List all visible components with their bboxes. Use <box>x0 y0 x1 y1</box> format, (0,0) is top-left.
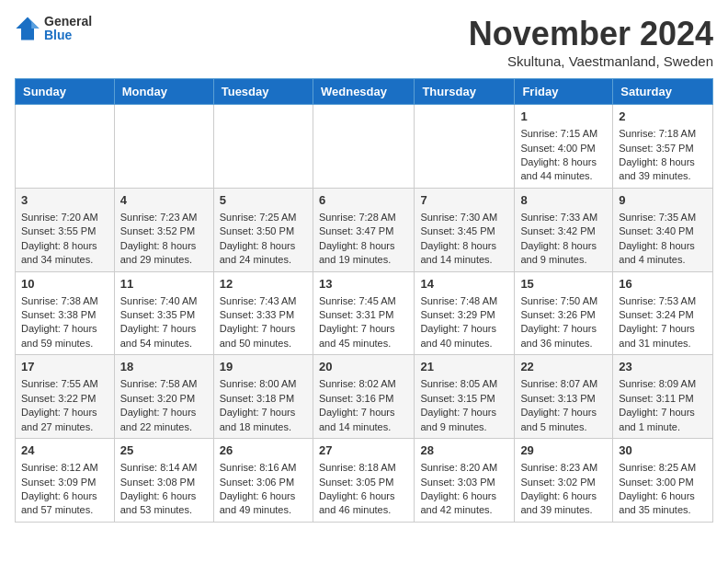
cell-content: 12Sunrise: 7:43 AMSunset: 3:33 PMDayligh… <box>220 276 307 351</box>
cell-content: 7Sunrise: 7:30 AMSunset: 3:45 PMDaylight… <box>420 192 508 268</box>
sunset-text: Sunset: 3:26 PM <box>520 309 595 320</box>
sunset-text: Sunset: 3:52 PM <box>120 225 195 236</box>
calendar-cell: 26Sunrise: 8:16 AMSunset: 3:06 PMDayligh… <box>213 439 313 523</box>
calendar-cell: 28Sunrise: 8:20 AMSunset: 3:03 PMDayligh… <box>415 439 515 523</box>
sunset-text: Sunset: 3:40 PM <box>619 225 693 236</box>
sunrise-text: Sunrise: 7:20 AM <box>21 212 98 223</box>
day-number: 18 <box>120 359 208 375</box>
sunset-text: Sunset: 3:31 PM <box>319 309 393 320</box>
day-number: 25 <box>120 442 208 459</box>
cell-content: 9Sunrise: 7:35 AMSunset: 3:40 PMDaylight… <box>619 192 707 268</box>
calendar-cell: 4Sunrise: 7:23 AMSunset: 3:52 PMDaylight… <box>114 188 213 271</box>
sunset-text: Sunset: 3:50 PM <box>220 225 294 236</box>
logo: General Blue <box>15 15 92 43</box>
sunrise-text: Sunrise: 8:00 AM <box>220 378 297 389</box>
calendar-cell: 3Sunrise: 7:20 AMSunset: 3:55 PMDaylight… <box>16 188 115 271</box>
calendar-cell: 17Sunrise: 7:55 AMSunset: 3:22 PMDayligh… <box>16 355 115 439</box>
calendar-cell <box>114 105 213 189</box>
day-number: 24 <box>21 442 108 459</box>
sunrise-text: Sunrise: 8:14 AM <box>120 462 198 473</box>
calendar-cell: 19Sunrise: 8:00 AMSunset: 3:18 PMDayligh… <box>213 355 313 439</box>
calendar-cell: 8Sunrise: 7:33 AMSunset: 3:42 PMDaylight… <box>515 188 613 271</box>
day-number: 10 <box>21 276 108 293</box>
sunset-text: Sunset: 3:42 PM <box>520 225 595 236</box>
sunrise-text: Sunrise: 8:20 AM <box>420 462 497 473</box>
daylight-text: Daylight: 6 hours and 53 minutes. <box>120 490 197 515</box>
day-number: 11 <box>120 276 208 293</box>
daylight-text: Daylight: 7 hours and 40 minutes. <box>420 323 496 348</box>
calendar-cell: 27Sunrise: 8:18 AMSunset: 3:05 PMDayligh… <box>313 439 414 523</box>
sunrise-text: Sunrise: 7:15 AM <box>520 128 597 139</box>
daylight-text: Daylight: 7 hours and 18 minutes. <box>220 407 296 431</box>
day-number: 3 <box>21 192 108 209</box>
sunset-text: Sunset: 3:09 PM <box>21 477 96 488</box>
cell-content: 17Sunrise: 7:55 AMSunset: 3:22 PMDayligh… <box>21 359 108 434</box>
cell-content: 11Sunrise: 7:40 AMSunset: 3:35 PMDayligh… <box>120 276 208 351</box>
daylight-text: Daylight: 7 hours and 9 minutes. <box>420 407 496 431</box>
calendar-cell: 29Sunrise: 8:23 AMSunset: 3:02 PMDayligh… <box>515 439 613 523</box>
day-number: 1 <box>520 109 607 125</box>
sunset-text: Sunset: 3:03 PM <box>420 477 495 488</box>
cell-content: 3Sunrise: 7:20 AMSunset: 3:55 PMDaylight… <box>21 192 108 268</box>
month-title: November 2024 <box>469 15 713 53</box>
sunset-text: Sunset: 3:24 PM <box>619 309 693 320</box>
calendar-cell: 20Sunrise: 8:02 AMSunset: 3:16 PMDayligh… <box>313 355 414 439</box>
cell-content: 25Sunrise: 8:14 AMSunset: 3:08 PMDayligh… <box>120 442 208 518</box>
daylight-text: Daylight: 7 hours and 27 minutes. <box>21 407 97 431</box>
daylight-text: Daylight: 8 hours and 44 minutes. <box>520 156 597 181</box>
sunset-text: Sunset: 3:22 PM <box>21 393 96 404</box>
cell-content: 20Sunrise: 8:02 AMSunset: 3:16 PMDayligh… <box>319 359 408 434</box>
calendar-cell: 23Sunrise: 8:09 AMSunset: 3:11 PMDayligh… <box>613 355 713 439</box>
cell-content: 15Sunrise: 7:50 AMSunset: 3:26 PMDayligh… <box>520 276 607 351</box>
sunrise-text: Sunrise: 8:09 AM <box>619 378 696 389</box>
sunset-text: Sunset: 3:29 PM <box>420 309 495 320</box>
daylight-text: Daylight: 7 hours and 1 minute. <box>619 407 695 431</box>
calendar-cell: 12Sunrise: 7:43 AMSunset: 3:33 PMDayligh… <box>213 271 313 355</box>
sunrise-text: Sunrise: 7:25 AM <box>220 212 297 223</box>
calendar-cell: 22Sunrise: 8:07 AMSunset: 3:13 PMDayligh… <box>515 355 613 439</box>
sunrise-text: Sunrise: 7:28 AM <box>319 212 396 223</box>
sunset-text: Sunset: 4:00 PM <box>520 143 595 154</box>
sunrise-text: Sunrise: 8:05 AM <box>420 378 497 389</box>
calendar-cell <box>415 105 515 189</box>
cell-content: 29Sunrise: 8:23 AMSunset: 3:02 PMDayligh… <box>520 442 607 518</box>
sunrise-text: Sunrise: 7:45 AM <box>319 295 396 306</box>
daylight-text: Daylight: 7 hours and 36 minutes. <box>520 323 597 348</box>
day-number: 4 <box>120 192 208 209</box>
day-number: 14 <box>420 276 508 293</box>
sunset-text: Sunset: 3:33 PM <box>220 309 294 320</box>
daylight-text: Daylight: 6 hours and 39 minutes. <box>520 490 597 515</box>
day-number: 15 <box>520 276 607 293</box>
daylight-text: Daylight: 7 hours and 14 minutes. <box>319 407 395 431</box>
cell-content: 18Sunrise: 7:58 AMSunset: 3:20 PMDayligh… <box>120 359 208 434</box>
day-number: 17 <box>21 359 108 375</box>
sunrise-text: Sunrise: 8:25 AM <box>619 462 696 473</box>
cell-content: 26Sunrise: 8:16 AMSunset: 3:06 PMDayligh… <box>220 442 307 518</box>
sunrise-text: Sunrise: 8:02 AM <box>319 378 396 389</box>
calendar-cell: 2Sunrise: 7:18 AMSunset: 3:57 PMDaylight… <box>613 105 713 189</box>
sunset-text: Sunset: 3:38 PM <box>21 309 96 320</box>
day-number: 2 <box>619 109 707 125</box>
logo-general: General <box>44 15 92 29</box>
day-number: 8 <box>520 192 607 209</box>
calendar-cell: 5Sunrise: 7:25 AMSunset: 3:50 PMDaylight… <box>213 188 313 271</box>
calendar-week-row: 1Sunrise: 7:15 AMSunset: 4:00 PMDaylight… <box>16 105 713 189</box>
cell-content: 24Sunrise: 8:12 AMSunset: 3:09 PMDayligh… <box>21 442 108 518</box>
cell-content: 13Sunrise: 7:45 AMSunset: 3:31 PMDayligh… <box>319 276 408 351</box>
sunrise-text: Sunrise: 7:23 AM <box>120 212 198 223</box>
cell-content: 6Sunrise: 7:28 AMSunset: 3:47 PMDaylight… <box>319 192 408 268</box>
day-number: 9 <box>619 192 707 209</box>
calendar-cell: 15Sunrise: 7:50 AMSunset: 3:26 PMDayligh… <box>515 271 613 355</box>
daylight-text: Daylight: 6 hours and 49 minutes. <box>220 490 296 515</box>
calendar-week-row: 3Sunrise: 7:20 AMSunset: 3:55 PMDaylight… <box>16 188 713 271</box>
location-subtitle: Skultuna, Vaestmanland, Sweden <box>469 53 713 69</box>
calendar-cell: 11Sunrise: 7:40 AMSunset: 3:35 PMDayligh… <box>114 271 213 355</box>
calendar-cell <box>16 105 115 189</box>
sunset-text: Sunset: 3:20 PM <box>120 393 195 404</box>
sunrise-text: Sunrise: 8:18 AM <box>319 462 396 473</box>
calendar-cell: 14Sunrise: 7:48 AMSunset: 3:29 PMDayligh… <box>415 271 515 355</box>
weekday-header: Thursday <box>415 79 515 105</box>
calendar-cell: 18Sunrise: 7:58 AMSunset: 3:20 PMDayligh… <box>114 355 213 439</box>
sunset-text: Sunset: 3:45 PM <box>420 225 495 236</box>
cell-content: 5Sunrise: 7:25 AMSunset: 3:50 PMDaylight… <box>220 192 307 268</box>
